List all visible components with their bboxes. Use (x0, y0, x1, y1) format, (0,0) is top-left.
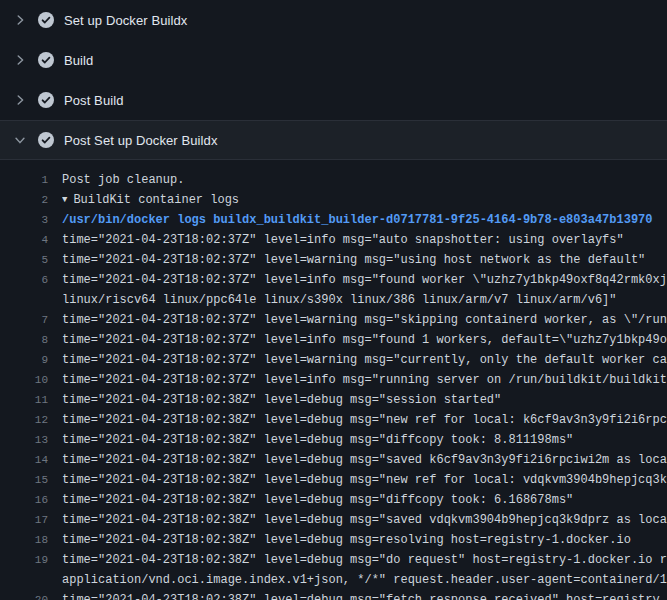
log-text: time="2021-04-23T18:02:37Z" level=info m… (62, 370, 667, 390)
line-number: 7 (0, 310, 48, 330)
line-number: 4 (0, 230, 48, 250)
check-circle-icon (38, 92, 54, 108)
check-circle-icon (38, 132, 54, 148)
check-circle-icon (38, 52, 54, 68)
log-text: time="2021-04-23T18:02:38Z" level=debug … (62, 590, 660, 600)
log-text: time="2021-04-23T18:02:38Z" level=debug … (62, 470, 667, 490)
log-group-toggle[interactable]: ▼BuildKit container logs (62, 190, 239, 211)
log-area: 1 Post job cleanup. 2 ▼BuildKit containe… (0, 160, 667, 600)
log-line: 16 time="2021-04-23T18:02:38Z" level=deb… (0, 490, 667, 510)
log-text: time="2021-04-23T18:02:38Z" level=debug … (62, 530, 631, 550)
chevron-icon[interactable] (12, 92, 28, 108)
line-number: 13 (0, 430, 48, 450)
log-line: 18 time="2021-04-23T18:02:38Z" level=deb… (0, 530, 667, 550)
log-text: time="2021-04-23T18:02:38Z" level=debug … (62, 490, 573, 510)
line-number: 1 (0, 170, 48, 190)
log-text: Post job cleanup. (62, 170, 184, 190)
step-title: Build (64, 53, 93, 68)
log-line: 6 time="2021-04-23T18:02:37Z" level=info… (0, 270, 667, 290)
group-toggle-icon[interactable]: ▼ (62, 190, 67, 210)
log-line: linux/riscv64 linux/ppc64le linux/s390x … (0, 290, 667, 310)
log-line: 12 time="2021-04-23T18:02:38Z" level=deb… (0, 410, 667, 430)
log-line: 1 Post job cleanup. (0, 170, 667, 190)
line-number: 11 (0, 390, 48, 410)
line-number: 6 (0, 270, 48, 290)
log-line: 8 time="2021-04-23T18:02:37Z" level=info… (0, 330, 667, 350)
line-number: 16 (0, 490, 48, 510)
log-text: time="2021-04-23T18:02:38Z" level=debug … (62, 550, 667, 570)
log-line: 4 time="2021-04-23T18:02:37Z" level=info… (0, 230, 667, 250)
line-number: 18 (0, 530, 48, 550)
chevron-icon[interactable] (12, 12, 28, 28)
chevron-icon[interactable] (12, 52, 28, 68)
log-line: 13 time="2021-04-23T18:02:38Z" level=deb… (0, 430, 667, 450)
line-number: 15 (0, 470, 48, 490)
step-section-header[interactable]: Post Set up Docker Buildx (0, 120, 667, 160)
line-number: 14 (0, 450, 48, 470)
log-text: time="2021-04-23T18:02:37Z" level=warnin… (62, 250, 645, 270)
step-section-header[interactable]: Build (0, 40, 667, 80)
step-list: Set up Docker Buildx Build P (0, 0, 667, 160)
log-line: 5 time="2021-04-23T18:02:37Z" level=warn… (0, 250, 667, 270)
step-title: Post Set up Docker Buildx (64, 133, 218, 148)
chevron-icon[interactable] (12, 132, 28, 148)
step-section-header[interactable]: Post Build (0, 80, 667, 120)
log-line: 7 time="2021-04-23T18:02:37Z" level=warn… (0, 310, 667, 330)
log-line: 19 time="2021-04-23T18:02:38Z" level=deb… (0, 550, 667, 570)
line-number: 8 (0, 330, 48, 350)
check-circle-icon (38, 12, 54, 28)
log-line: 10 time="2021-04-23T18:02:37Z" level=inf… (0, 370, 667, 390)
log-line: 17 time="2021-04-23T18:02:38Z" level=deb… (0, 510, 667, 530)
log-line: 15 time="2021-04-23T18:02:38Z" level=deb… (0, 470, 667, 490)
line-number: 12 (0, 410, 48, 430)
log-text: /usr/bin/docker logs buildx_buildkit_bui… (62, 210, 653, 230)
step-section-header[interactable]: Set up Docker Buildx (0, 0, 667, 40)
log-text: time="2021-04-23T18:02:38Z" level=debug … (62, 510, 667, 530)
log-line: 20 time="2021-04-23T18:02:38Z" level=deb… (0, 590, 667, 600)
log-text: linux/riscv64 linux/ppc64le linux/s390x … (62, 290, 617, 310)
line-number: 5 (0, 250, 48, 270)
line-number: 2 (0, 190, 48, 210)
log-line: application/vnd.oci.image.index.v1+json,… (0, 570, 667, 590)
log-text: time="2021-04-23T18:02:38Z" level=debug … (62, 450, 667, 470)
log-text: application/vnd.oci.image.index.v1+json,… (62, 570, 667, 590)
log-text: time="2021-04-23T18:02:38Z" level=debug … (62, 430, 573, 450)
line-number: 10 (0, 370, 48, 390)
line-number: 9 (0, 350, 48, 370)
log-text: time="2021-04-23T18:02:37Z" level=warnin… (62, 310, 667, 330)
log-line: 3 /usr/bin/docker logs buildx_buildkit_b… (0, 210, 667, 230)
line-number: 17 (0, 510, 48, 530)
line-number: 19 (0, 550, 48, 570)
log-line: 9 time="2021-04-23T18:02:37Z" level=warn… (0, 350, 667, 370)
log-text: time="2021-04-23T18:02:38Z" level=debug … (62, 410, 667, 430)
line-number: 20 (0, 590, 48, 600)
log-text: time="2021-04-23T18:02:37Z" level=info m… (62, 230, 624, 250)
step-title: Post Build (64, 93, 124, 108)
log-text: time="2021-04-23T18:02:37Z" level=info m… (62, 330, 667, 350)
log-line: 2 ▼BuildKit container logs (0, 190, 667, 210)
log-text: time="2021-04-23T18:02:37Z" level=warnin… (62, 350, 667, 370)
log-text: time="2021-04-23T18:02:37Z" level=info m… (62, 270, 667, 290)
log-line: 14 time="2021-04-23T18:02:38Z" level=deb… (0, 450, 667, 470)
log-text: time="2021-04-23T18:02:38Z" level=debug … (62, 390, 501, 410)
line-number: 3 (0, 210, 48, 230)
log-line: 11 time="2021-04-23T18:02:38Z" level=deb… (0, 390, 667, 410)
step-title: Set up Docker Buildx (64, 13, 187, 28)
